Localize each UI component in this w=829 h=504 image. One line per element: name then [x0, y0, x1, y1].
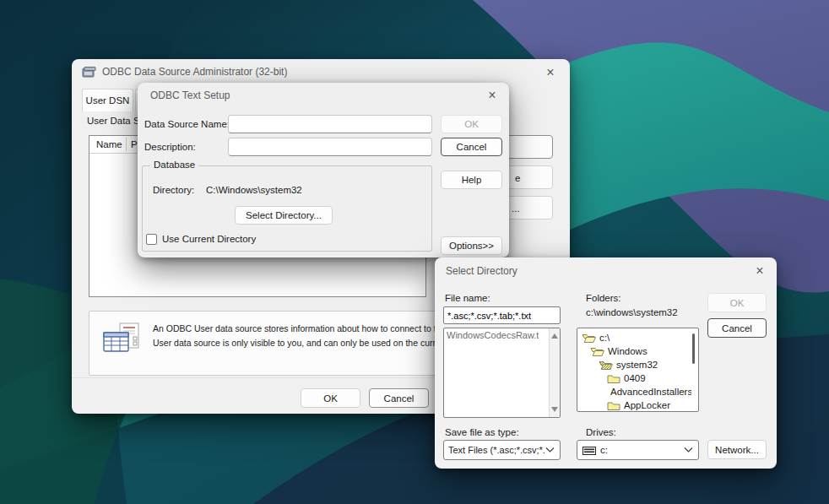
- cancel-button[interactable]: Cancel: [441, 138, 502, 156]
- select-directory-button[interactable]: Select Directory...: [235, 206, 333, 225]
- scroll-down-icon[interactable]: [551, 407, 558, 412]
- data-source-name-field[interactable]: [228, 115, 432, 133]
- save-file-type-dropdown[interactable]: Text Files (*.asc;*.csv;*.: [443, 440, 561, 460]
- tab-user-dsn[interactable]: User DSN: [82, 89, 133, 111]
- cancel-button[interactable]: Cancel: [369, 388, 429, 408]
- tree-item-c-drive[interactable]: c:\: [582, 331, 691, 344]
- tree-item-0409[interactable]: 0409: [607, 371, 691, 385]
- drive-icon: [582, 447, 596, 455]
- folder-tree[interactable]: c:\ Windows system32 0409: [577, 328, 699, 412]
- column-header-name[interactable]: Name: [96, 136, 122, 154]
- file-list[interactable]: WindowsCodecsRaw.t: [443, 328, 561, 418]
- ok-button[interactable]: OK: [707, 293, 767, 312]
- file-list-item[interactable]: WindowsCodecsRaw.t: [447, 330, 539, 340]
- ok-button[interactable]: OK: [441, 115, 502, 133]
- drives-label: Drives:: [586, 427, 616, 437]
- folders-path: c:\windows\system32: [586, 307, 678, 317]
- folder-open-selected-icon: [599, 360, 613, 371]
- odbc-app-icon: [82, 67, 96, 79]
- chevron-down-icon: [545, 447, 555, 453]
- close-icon[interactable]: ×: [483, 86, 501, 105]
- info-text-line1: An ODBC User data source stores informat…: [153, 323, 451, 333]
- save-file-type-label: Save file as type:: [445, 427, 519, 437]
- chevron-down-icon: [684, 447, 693, 453]
- column-header-platform[interactable]: P: [131, 136, 138, 154]
- folder-closed-icon: [607, 400, 620, 411]
- file-list-scrollbar[interactable]: [549, 328, 560, 417]
- use-current-directory-label: Use Current Directory: [162, 234, 256, 244]
- dialog-title: Select Directory: [446, 257, 517, 285]
- info-text-line2: User data source is only visible to you,…: [153, 338, 448, 348]
- odbc-text-setup-dialog: ODBC Text Setup × Data Source Name: OK D…: [138, 83, 509, 257]
- network-button[interactable]: Network...: [707, 440, 767, 459]
- close-icon[interactable]: ×: [541, 63, 560, 82]
- user-data-sources-caption: User Data S: [87, 116, 140, 126]
- dialog-title: ODBC Text Setup: [150, 83, 230, 108]
- database-groupbox: Database Directory: C:\Windows\system32 …: [142, 165, 432, 252]
- folder-open-icon: [582, 333, 596, 344]
- description-label: Description:: [144, 138, 196, 156]
- use-current-directory-checkbox[interactable]: [146, 234, 157, 245]
- odbc-datasource-icon: [103, 322, 142, 360]
- data-source-name-label: Data Source Name:: [144, 115, 230, 133]
- directory-value: C:\Windows\system32: [206, 185, 302, 195]
- help-button[interactable]: Help: [441, 171, 502, 189]
- folder-closed-icon: [607, 373, 620, 384]
- folder-open-icon: [590, 346, 604, 357]
- column-divider: [126, 138, 127, 151]
- window-title: ODBC Data Source Administrator (32-bit): [102, 59, 287, 85]
- close-icon[interactable]: ×: [750, 262, 769, 280]
- file-name-label: File name:: [445, 293, 490, 303]
- tree-scrollbar-thumb[interactable]: [692, 333, 695, 364]
- scroll-up-icon[interactable]: [551, 333, 558, 339]
- tree-item-applocker[interactable]: AppLocker: [607, 398, 691, 412]
- tree-item-system32[interactable]: system32: [599, 358, 691, 371]
- file-name-field[interactable]: [443, 306, 561, 324]
- ok-button[interactable]: OK: [301, 388, 360, 408]
- options-button[interactable]: Options>>: [441, 236, 502, 255]
- description-field[interactable]: [228, 138, 432, 156]
- database-legend: Database: [150, 160, 198, 170]
- tree-item-windows[interactable]: Windows: [590, 344, 691, 358]
- folders-label: Folders:: [586, 293, 621, 303]
- drives-dropdown[interactable]: c:: [577, 440, 699, 460]
- cancel-button[interactable]: Cancel: [707, 318, 767, 338]
- directory-label: Directory:: [153, 185, 194, 195]
- select-directory-dialog: Select Directory × File name: WindowsCod…: [435, 257, 777, 469]
- tree-item-advancedinstallers[interactable]: AdvancedInstallers: [607, 385, 691, 398]
